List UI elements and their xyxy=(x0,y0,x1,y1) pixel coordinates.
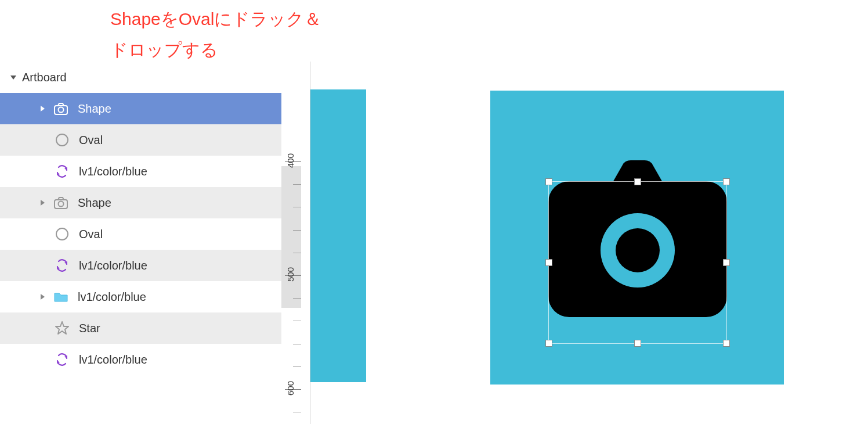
selection-bounding-box[interactable] xyxy=(548,181,727,344)
sync-icon xyxy=(53,163,71,180)
selection-handle-tr[interactable] xyxy=(723,178,730,185)
svg-marker-1 xyxy=(41,106,45,112)
sync-icon xyxy=(53,257,71,274)
svg-point-3 xyxy=(59,107,64,113)
ruler-tick-label: 400 xyxy=(285,149,295,173)
svg-point-9 xyxy=(59,202,64,207)
selection-handle-tm[interactable] xyxy=(634,178,641,185)
artboard-main[interactable] xyxy=(490,91,784,385)
selection-handle-ml[interactable] xyxy=(545,259,552,266)
layer-label: Oval xyxy=(79,134,281,147)
camera-icon xyxy=(52,194,70,211)
folder-icon xyxy=(52,288,70,306)
svg-marker-0 xyxy=(10,76,16,80)
oval-icon xyxy=(53,225,71,243)
annotation-text: ShapeをOvalにドラック＆ ドロップする xyxy=(110,6,321,63)
layer-row-symbol[interactable]: lv1/color/blue xyxy=(0,250,281,281)
layer-row-star[interactable]: Star xyxy=(0,312,281,344)
layer-row-symbol[interactable]: lv1/color/blue xyxy=(0,344,281,375)
layer-label: lv1/color/blue xyxy=(79,353,281,366)
layer-row-folder[interactable]: lv1/color/blue xyxy=(0,281,281,312)
layer-label: lv1/color/blue xyxy=(79,259,281,272)
disclosure-right-icon[interactable] xyxy=(37,292,48,302)
selection-handle-mr[interactable] xyxy=(723,259,730,266)
svg-point-4 xyxy=(56,134,68,146)
layers-panel: Artboard Shape Oval lv1/color/blue xyxy=(0,62,281,375)
layer-row-oval[interactable]: Oval xyxy=(0,124,281,156)
camera-icon xyxy=(52,100,70,117)
disclosure-right-icon[interactable] xyxy=(37,103,48,114)
ruler-tick-label: 600 xyxy=(285,377,295,400)
selection-handle-tl[interactable] xyxy=(545,178,552,185)
annotation-line2: ドロップする xyxy=(110,37,321,63)
layer-label: Star xyxy=(79,322,281,335)
annotation-line1: ShapeをOvalにドラック＆ xyxy=(110,6,321,32)
svg-marker-13 xyxy=(41,294,45,300)
selection-handle-bl[interactable] xyxy=(545,340,552,347)
artboard-strip[interactable] xyxy=(310,89,366,382)
selection-handle-bm[interactable] xyxy=(634,340,641,347)
svg-marker-7 xyxy=(41,200,45,206)
vertical-ruler: 400 500 600 xyxy=(281,62,310,424)
layer-row-oval[interactable]: Oval xyxy=(0,218,281,250)
layer-row-shape[interactable]: Shape xyxy=(0,187,281,218)
layer-label: lv1/color/blue xyxy=(79,165,281,178)
layer-label: Shape xyxy=(78,102,281,116)
canvas-area[interactable] xyxy=(310,62,868,424)
layer-label: Shape xyxy=(78,196,281,210)
disclosure-down-icon[interactable] xyxy=(8,72,19,82)
layer-label: Artboard xyxy=(22,71,281,84)
layer-label: lv1/color/blue xyxy=(78,290,281,304)
disclosure-right-icon[interactable] xyxy=(37,197,48,208)
svg-point-10 xyxy=(56,228,68,240)
oval-icon xyxy=(53,131,71,149)
layer-label: Oval xyxy=(79,228,281,241)
sync-icon xyxy=(53,351,71,368)
selection-handle-br[interactable] xyxy=(723,340,730,347)
star-icon xyxy=(53,319,71,337)
layer-row-artboard[interactable]: Artboard xyxy=(0,62,281,93)
layer-row-symbol[interactable]: lv1/color/blue xyxy=(0,156,281,187)
layer-row-shape-selected[interactable]: Shape xyxy=(0,93,281,124)
ruler-tick-label: 500 xyxy=(285,263,295,286)
